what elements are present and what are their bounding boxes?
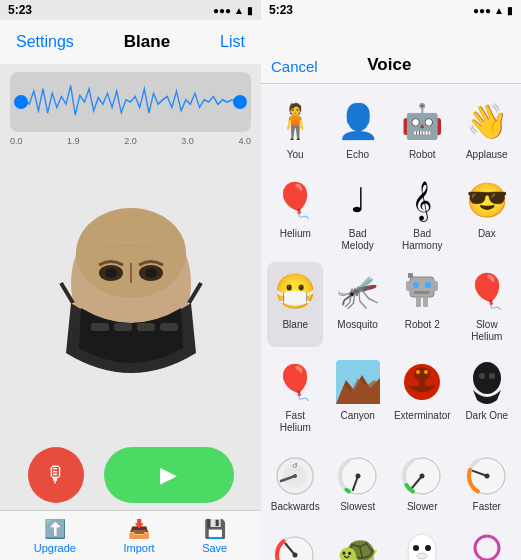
svg-point-31: [473, 362, 501, 394]
voice-item-canyon[interactable]: Canyon: [329, 353, 385, 438]
right-status-bar: 5:23 ●●● ▲ ▮: [261, 0, 521, 20]
svg-point-1: [76, 208, 186, 298]
voice-item-echo[interactable]: 👤Echo: [329, 92, 385, 165]
voice-icon-exterminator: [397, 357, 447, 407]
voice-icon-backwards: ↺: [270, 448, 320, 498]
wifi-icon-r: ▲: [494, 5, 504, 16]
voice-label-slowest: Slowest: [340, 501, 375, 513]
svg-rect-7: [91, 323, 109, 331]
waveform-container[interactable]: [10, 72, 251, 132]
voice-item-turtle[interactable]: 🐢Turtle: [329, 523, 385, 560]
voice-icon-turtle: 🐢: [333, 527, 383, 560]
left-status-time: 5:23: [8, 3, 32, 17]
upgrade-button[interactable]: ⬆️ Upgrade: [34, 518, 76, 554]
controls-area: 🎙 ▶: [0, 440, 261, 510]
voice-icon-higher: [462, 527, 512, 560]
svg-point-50: [293, 553, 298, 558]
voice-item-applause[interactable]: 👋Applause: [459, 92, 515, 165]
voice-icon-slowest: [333, 448, 383, 498]
voice-icon-slower: [397, 448, 447, 498]
waveform-labels: 0.0 1.9 2.0 3.0 4.0: [0, 136, 261, 146]
voice-label-faster: Faster: [473, 501, 501, 513]
voice-label-dark-one: Dark One: [465, 410, 508, 422]
voice-icon-faster: [462, 448, 512, 498]
left-panel: 5:23 ●●● ▲ ▮ Settings Blane List 0.0 1.9…: [0, 0, 261, 560]
voice-item-bad-harmony[interactable]: 𝄞Bad Harmony: [392, 171, 453, 256]
voice-icon-you: 🧍: [270, 96, 320, 146]
voice-item-faster[interactable]: Faster: [459, 444, 515, 517]
voice-item-you[interactable]: 🧍You: [267, 92, 323, 165]
bane-avatar: [51, 193, 211, 393]
voice-label-exterminator: Exterminator: [394, 410, 451, 422]
voice-icon-dax: 😎: [462, 175, 512, 225]
cancel-button[interactable]: Cancel: [271, 58, 318, 75]
save-icon: 💾: [204, 518, 226, 540]
voice-icon-canyon: [333, 357, 383, 407]
svg-rect-30: [419, 380, 425, 388]
svg-point-54: [417, 553, 427, 559]
list-button[interactable]: List: [220, 33, 245, 51]
voice-label-you: You: [287, 149, 304, 161]
voice-item-robot2[interactable]: Robot 2: [392, 262, 453, 347]
voice-item-slower[interactable]: Slower: [392, 444, 453, 517]
svg-point-37: [293, 474, 297, 478]
voice-item-mosquito[interactable]: 🦟Mosquito: [329, 262, 385, 347]
voice-icon-slow-helium: 🎈: [462, 266, 512, 316]
svg-rect-10: [160, 323, 178, 331]
voice-label-robot2: Robot 2: [405, 319, 440, 331]
left-nav-title: Blane: [124, 32, 170, 52]
upload-icon: ⬆️: [44, 518, 66, 540]
voice-label-fast-helium: Fast Helium: [269, 410, 321, 434]
voice-item-slow-helium[interactable]: 🎈Slow Helium: [459, 262, 515, 347]
voice-item-robot[interactable]: 🤖Robot: [392, 92, 453, 165]
voice-icon-haunting: [397, 527, 447, 560]
voice-item-dark-one[interactable]: Dark One: [459, 353, 515, 438]
voice-icon-bad-melody: ♩: [333, 175, 383, 225]
battery-icon: ▮: [247, 5, 253, 16]
upgrade-label: Upgrade: [34, 542, 76, 554]
right-nav-bar: Cancel Voice: [261, 20, 521, 84]
left-status-icons: ●●● ▲ ▮: [213, 5, 253, 16]
right-status-time: 5:23: [269, 3, 293, 17]
import-button[interactable]: 📥 Import: [123, 518, 154, 554]
play-icon: ▶: [160, 462, 177, 488]
svg-point-4: [105, 268, 117, 278]
svg-rect-20: [423, 297, 428, 307]
play-button[interactable]: ▶: [104, 447, 234, 503]
left-nav-bar: Settings Blane List: [0, 20, 261, 64]
voice-icon-dark-one: [462, 357, 512, 407]
voice-item-blane[interactable]: 😷Blane: [267, 262, 323, 347]
svg-rect-14: [406, 281, 412, 291]
voice-item-dax[interactable]: 😎Dax: [459, 171, 515, 256]
voice-item-fastest[interactable]: Fastest: [267, 523, 323, 560]
voice-item-backwards[interactable]: ↺ Backwards: [267, 444, 323, 517]
record-button[interactable]: 🎙: [28, 447, 84, 503]
settings-button[interactable]: Settings: [16, 33, 74, 51]
save-button[interactable]: 💾 Save: [202, 518, 227, 554]
voice-item-slowest[interactable]: Slowest: [329, 444, 385, 517]
voice-icon-fast-helium: 🎈: [270, 357, 320, 407]
svg-point-33: [489, 373, 495, 379]
voice-item-higher[interactable]: Higher: [459, 523, 515, 560]
svg-point-28: [416, 370, 420, 374]
voice-label-bad-harmony: Bad Harmony: [394, 228, 451, 252]
signal-icon: ●●●: [213, 5, 231, 16]
voice-label-blane: Blane: [282, 319, 308, 331]
right-nav-title: Voice: [367, 55, 411, 75]
voice-icon-bad-harmony: 𝄞: [397, 175, 447, 225]
svg-point-52: [413, 545, 419, 551]
voice-item-helium[interactable]: 🎈Helium: [267, 171, 323, 256]
svg-rect-19: [416, 297, 421, 307]
svg-point-55: [475, 536, 499, 560]
voice-label-applause: Applause: [466, 149, 508, 161]
voice-label-bad-melody: Bad Melody: [331, 228, 383, 252]
voice-item-haunting[interactable]: Haunting: [392, 523, 453, 560]
voice-icon-echo: 👤: [333, 96, 383, 146]
waveform-right-handle[interactable]: [233, 95, 247, 109]
voice-item-bad-melody[interactable]: ♩Bad Melody: [329, 171, 385, 256]
voice-item-fast-helium[interactable]: 🎈Fast Helium: [267, 353, 323, 438]
voice-item-exterminator[interactable]: Exterminator: [392, 353, 453, 438]
voice-label-dax: Dax: [478, 228, 496, 240]
svg-rect-18: [414, 291, 430, 294]
svg-point-5: [145, 268, 157, 278]
